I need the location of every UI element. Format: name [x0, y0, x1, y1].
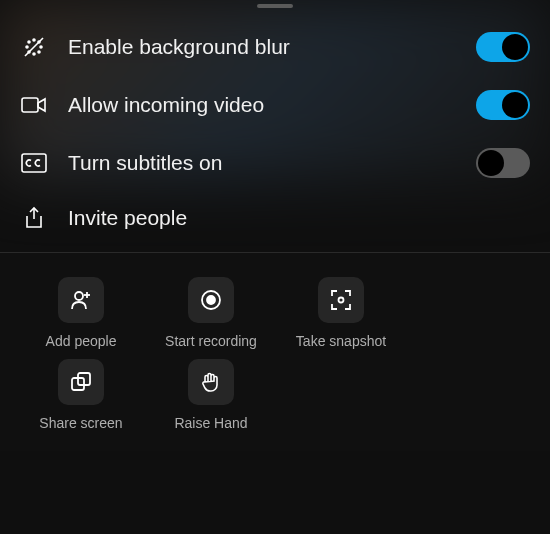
action-add-people[interactable]: Add people [16, 277, 146, 349]
action-label: Raise Hand [174, 415, 247, 431]
share-icon [20, 206, 48, 230]
action-share-screen[interactable]: Share screen [16, 359, 146, 431]
svg-point-16 [339, 298, 344, 303]
settings-panel: Enable background blur Allow incoming vi… [0, 4, 550, 451]
action-label: Add people [46, 333, 117, 349]
toggle-incoming-video[interactable] [476, 90, 530, 120]
action-raise-hand[interactable]: Raise Hand [146, 359, 276, 431]
row-incoming-video[interactable]: Allow incoming video [0, 76, 550, 134]
video-icon [20, 93, 48, 117]
drag-handle[interactable] [257, 4, 293, 8]
add-person-icon [69, 288, 93, 312]
action-take-snapshot[interactable]: Take snapshot [276, 277, 406, 349]
action-label: Share screen [39, 415, 122, 431]
svg-rect-9 [22, 98, 38, 112]
svg-point-7 [38, 51, 40, 53]
svg-point-4 [40, 46, 42, 48]
svg-point-1 [33, 39, 35, 41]
toggle-subtitles[interactable] [476, 148, 530, 178]
blur-icon [20, 35, 48, 59]
toggle-background-blur[interactable] [476, 32, 530, 62]
snapshot-icon [329, 288, 353, 312]
action-grid: Add people Start recording Take snapshot [0, 253, 550, 451]
action-label: Start recording [165, 333, 257, 349]
action-start-recording[interactable]: Start recording [146, 277, 276, 349]
row-invite-people[interactable]: Invite people [0, 192, 550, 244]
svg-point-6 [33, 53, 35, 55]
row-label: Turn subtitles on [68, 151, 456, 175]
row-label: Invite people [68, 206, 530, 230]
svg-point-0 [28, 41, 30, 43]
row-label: Allow incoming video [68, 93, 456, 117]
svg-point-11 [75, 292, 83, 300]
record-icon [199, 288, 223, 312]
action-label: Take snapshot [296, 333, 386, 349]
share-screen-icon [69, 370, 93, 394]
raise-hand-icon [199, 370, 223, 394]
row-label: Enable background blur [68, 35, 456, 59]
cc-icon [20, 151, 48, 175]
svg-point-3 [26, 46, 28, 48]
row-subtitles[interactable]: Turn subtitles on [0, 134, 550, 192]
svg-point-15 [207, 296, 215, 304]
row-background-blur[interactable]: Enable background blur [0, 18, 550, 76]
